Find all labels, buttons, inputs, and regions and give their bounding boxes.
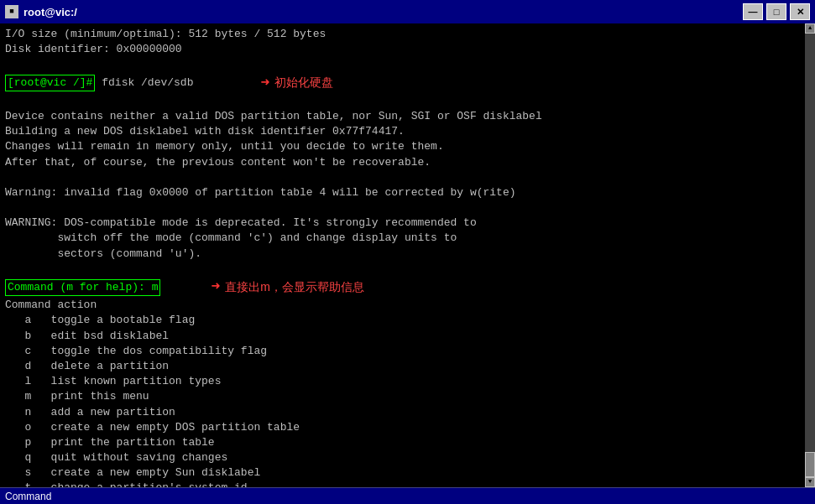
disk-id-line: Disk identifier: 0x00000000 [5,42,800,57]
blank-line-2 [5,94,800,109]
device-line-1: Device contains neither a valid DOS part… [5,109,800,124]
cmd-q-line: q quit without saving changes [5,450,800,465]
title-controls: — □ ✕ [743,3,810,20]
maximize-button[interactable]: □ [766,3,786,20]
status-bar: Command [0,487,815,504]
warning-dos-line-3: sectors (command 'u'). [5,247,800,262]
cmd-l-line: l list known partition types [5,374,800,389]
warning-dos-line-1: WARNING: DOS-compatible mode is deprecat… [5,216,800,231]
cmd-d-line: d delete a partition [5,359,800,374]
scrollbar-thumb[interactable] [805,452,815,477]
blank-line-1 [5,57,800,72]
cmd-n-line: n add a new partition [5,405,800,420]
warning-dos-line-2: switch off the mode (command 'c') and ch… [5,231,800,246]
status-label: Command [5,491,51,502]
io-size-line: I/O size (minimum/optimal): 512 bytes / … [5,27,800,42]
device-line-2: Building a new DOS disklabel with disk i… [5,124,800,139]
blank-line-4 [5,200,800,216]
minimize-button[interactable]: — [743,3,763,20]
cmd-b-line: b edit bsd disklabel [5,329,800,344]
cmd-help-highlight: Command (m for help): m [5,279,160,296]
scrollbar-track[interactable] [805,34,815,477]
cmd-m-line: m print this menu [5,389,800,404]
cmd-help-line: Command (m for help): m ➜ 直接出m，会显示帮助信息 [5,277,800,298]
blank-line-3 [5,170,800,185]
cmd-o-line: o create a new empty DOS partition table [5,420,800,435]
cmd-t-line: t change a partition's system id [5,481,800,487]
blank-line-5 [5,262,800,277]
title-bar: ■ root@vic:/ — □ ✕ [0,0,815,23]
cmd-p-line: p print the partition table [5,435,800,450]
terminal-area[interactable]: I/O size (minimum/optimal): 512 bytes / … [0,23,815,487]
device-line-3: Changes will remain in memory only, unti… [5,139,800,154]
cmd-a-line: a toggle a bootable flag [5,313,800,328]
device-line-4: After that, of course, the previous cont… [5,155,800,170]
terminal-window: ■ root@vic:/ — □ ✕ I/O size (minimum/opt… [0,0,815,504]
close-button[interactable]: ✕ [790,3,810,20]
fdisk-command-line: [root@vic /]# fdisk /dev/sdb ➜ 初始化硬盘 [5,73,800,94]
terminal-content: I/O size (minimum/optimal): 512 bytes / … [0,23,805,487]
warning-line-1: Warning: invalid flag 0x0000 of partitio… [5,185,800,200]
scroll-up-button[interactable]: ▲ [805,23,815,34]
window-title: root@vic:/ [24,6,77,18]
title-bar-left: ■ root@vic:/ [5,5,77,18]
fdisk-cmd-text: fdisk /dev/sdb [95,75,193,91]
terminal-icon: ■ [5,5,18,18]
arrow-icon-1: ➜ [260,73,269,94]
arrow-icon-2: ➜ [211,277,220,298]
scrollbar[interactable]: ▲ ▼ [805,23,815,487]
prompt-highlight: [root@vic /]# [5,75,95,91]
cmd-s-line: s create a new empty Sun disklabel [5,465,800,481]
cmd-c-line: c toggle the dos compatibility flag [5,344,800,359]
scroll-down-button[interactable]: ▼ [805,477,815,487]
cmd-action-line: Command action [5,298,800,313]
annotation-2: 直接出m，会显示帮助信息 [225,279,364,296]
annotation-1: 初始化硬盘 [274,75,333,91]
